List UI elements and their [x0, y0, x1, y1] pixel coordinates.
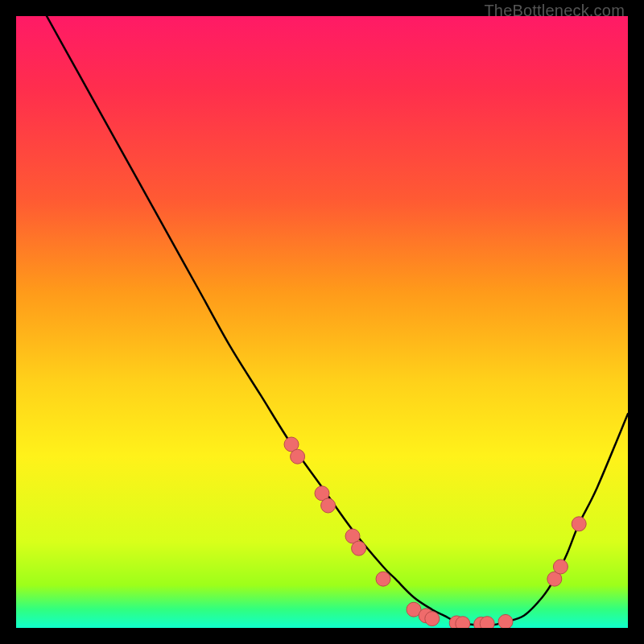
highlight-marker — [456, 617, 470, 628]
highlight-marker — [572, 517, 586, 531]
highlight-marker — [498, 614, 513, 628]
plot-area — [16, 16, 628, 628]
highlight-marker — [376, 572, 390, 586]
bottleneck-curve — [47, 16, 628, 625]
highlight-marker — [425, 612, 440, 626]
curve-layer — [16, 16, 628, 628]
highlight-marker — [321, 498, 336, 513]
highlight-marker — [480, 617, 494, 628]
highlight-marker — [553, 559, 568, 574]
chart-frame — [16, 16, 628, 628]
highlight-marker — [291, 449, 305, 464]
highlight-marker — [352, 541, 366, 555]
